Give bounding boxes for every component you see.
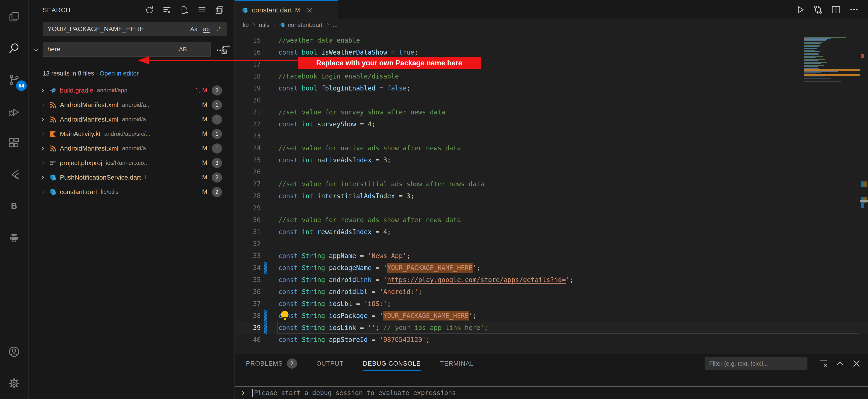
clear-search-results-icon[interactable] xyxy=(162,5,172,15)
code-line-26[interactable]: 26 xyxy=(236,166,868,178)
code-line-32[interactable]: 32 xyxy=(236,238,868,250)
activity-bar-item-flutter[interactable] xyxy=(0,159,28,190)
console-filter-input[interactable] xyxy=(705,357,807,370)
code-line-39[interactable]: 39const String iosLink = ''; //'your ios… xyxy=(236,322,868,334)
chevron-right-icon[interactable] xyxy=(40,189,45,195)
code-line-31[interactable]: 31const int rewardAdsIndex = 4; xyxy=(236,226,868,238)
code-line-27[interactable]: 27//set value for interstitial ads show … xyxy=(236,178,868,190)
clear-console-icon[interactable] xyxy=(818,359,828,369)
minimap-code-row xyxy=(804,63,821,64)
debug-console-input-row[interactable]: Please start a debug session to evaluate… xyxy=(236,386,868,399)
files-icon xyxy=(8,10,20,23)
search-result-row[interactable]: AndroidManifest.xmlandroid/a...M1 xyxy=(29,112,235,127)
open-in-editor-link[interactable]: Open in editor xyxy=(100,70,139,77)
overview-ruler[interactable] xyxy=(860,30,868,354)
search-result-row[interactable]: build.gradleandroid/app1, M2 xyxy=(29,83,235,98)
activity-bar-item-extensions[interactable] xyxy=(0,127,28,159)
activity-bar-item-accounts[interactable] xyxy=(0,336,28,367)
view-as-list-icon[interactable] xyxy=(197,5,207,15)
search-input-controls: Aaab.* xyxy=(189,22,224,36)
regex-icon[interactable]: .* xyxy=(214,24,224,34)
whole-word-icon[interactable]: ab xyxy=(202,24,211,34)
chevron-right-icon[interactable] xyxy=(40,175,45,181)
more-actions-icon[interactable] xyxy=(849,4,859,15)
line-number: 20 xyxy=(236,94,261,106)
breadcrumb-item-utils[interactable]: utils xyxy=(259,22,270,29)
result-git-status: 1, M xyxy=(195,87,207,94)
chevron-right-icon[interactable] xyxy=(40,88,45,93)
search-result-row[interactable]: PushNotificationService.dartl...M2 xyxy=(29,170,235,185)
maximize-panel-icon[interactable] xyxy=(835,359,845,369)
search-result-row[interactable]: AndroidManifest.xmlandroid/a...M1 xyxy=(29,141,235,156)
panel-tab-output[interactable]: OUTPUT xyxy=(316,360,344,367)
match-case-icon[interactable]: Aa xyxy=(189,24,199,34)
chevron-right-icon xyxy=(325,22,331,28)
code-line-34[interactable]: 34const String packageName = 'YOUR_PACKA… xyxy=(236,262,868,274)
chevron-right-icon[interactable] xyxy=(40,160,45,166)
breadcrumb-item-constant-dart[interactable]: constant.dart xyxy=(280,22,322,29)
gradle-icon xyxy=(49,86,57,95)
code-line-24[interactable]: 24//set value for native ads show after … xyxy=(236,142,868,154)
code-line-28[interactable]: 28const int interstitialAdsIndex = 3; xyxy=(236,190,868,202)
tab-constant-dart[interactable]: constant.dart M xyxy=(236,0,338,19)
open-new-search-editor-icon[interactable] xyxy=(180,5,189,15)
breadcrumb-item-lib[interactable]: lib xyxy=(243,22,249,29)
code-line-29[interactable]: 29 xyxy=(236,202,868,214)
code-line-15[interactable]: 15//weather data enable xyxy=(236,34,868,47)
code-editor[interactable]: 15//weather data enable16const bool isWe… xyxy=(236,30,868,354)
preserve-case-icon[interactable]: AB xyxy=(178,44,188,54)
toggle-replace-chevron-icon[interactable] xyxy=(32,45,40,54)
search-result-row[interactable]: MainActivity.ktandroid/app/src/...M1 xyxy=(29,127,235,141)
code-line-22[interactable]: 22const int surveyShow = 4; xyxy=(236,118,868,130)
chevron-right-icon[interactable] xyxy=(40,102,45,108)
xml-icon xyxy=(49,115,57,124)
code-line-21[interactable]: 21//set value for survey show after news… xyxy=(236,106,868,118)
close-panel-icon[interactable] xyxy=(851,359,862,369)
line-number: 15 xyxy=(236,34,261,47)
panel-tab-problems[interactable]: PROBLEMS2 xyxy=(246,359,297,369)
code-line-40[interactable]: 40const String appStoreId = '9876543120'… xyxy=(236,334,868,346)
panel-tab-debug-console[interactable]: DEBUG CONSOLE xyxy=(363,360,421,367)
chevron-right-icon[interactable] xyxy=(40,146,45,152)
activity-bar-item-bloc[interactable]: B xyxy=(0,190,28,222)
search-result-row[interactable]: constant.dartlib/utilsM2 xyxy=(29,185,235,199)
code-line-33[interactable]: 33const String appName = 'News App'; xyxy=(236,250,868,262)
chevron-right-icon xyxy=(40,88,45,93)
code-line-35[interactable]: 35const String androidLink = 'https://pl… xyxy=(236,274,868,286)
minimap[interactable] xyxy=(804,30,860,354)
clear-results-icon xyxy=(162,5,172,15)
activity-bar-item-settings[interactable] xyxy=(0,367,28,399)
xml-icon xyxy=(49,144,57,153)
code-line-19[interactable]: 19const bool fblogInEnabled = false; xyxy=(236,83,868,94)
line-number: 35 xyxy=(236,274,261,286)
breadcrumb-item--[interactable]: ... xyxy=(333,22,338,29)
code-line-18[interactable]: 18//Facebook Login enable/disable xyxy=(236,70,868,83)
refresh-icon[interactable] xyxy=(145,5,154,15)
code-line-37[interactable]: 37const String iosLbl = 'iOS:'; xyxy=(236,298,868,310)
code-line-20[interactable]: 20 xyxy=(236,94,868,106)
result-file-name: project.pbxproj xyxy=(60,159,102,167)
code-line-23[interactable]: 23 xyxy=(236,130,868,142)
search-result-row[interactable]: project.pbxprojios/Runner.xco...M3 xyxy=(29,156,235,170)
chevron-right-icon[interactable] xyxy=(40,117,45,122)
open-in-editor-icon[interactable] xyxy=(215,5,224,15)
lightbulb-icon[interactable] xyxy=(281,311,288,320)
activity-bar-item-android[interactable] xyxy=(0,222,28,253)
activity-bar-item-source-control[interactable]: 64 xyxy=(0,64,28,96)
activity-bar-item-search[interactable] xyxy=(0,32,28,64)
close-tab-icon[interactable] xyxy=(306,6,313,14)
run-icon[interactable] xyxy=(795,4,805,15)
code-line-36[interactable]: 36const String androidLbl = 'Android:'; xyxy=(236,286,868,298)
search-result-row[interactable]: AndroidManifest.xmlandroid/a...M1 xyxy=(29,98,235,112)
panel-tab-terminal[interactable]: TERMINAL xyxy=(440,360,474,367)
code-line-30[interactable]: 30//set value for reward ads show after … xyxy=(236,214,868,226)
code-line-25[interactable]: 25const int nativeAdsIndex = 3; xyxy=(236,154,868,166)
sync-changes-icon[interactable] xyxy=(813,4,823,15)
split-editor-icon[interactable] xyxy=(831,4,841,15)
activity-bar-item-explorer[interactable] xyxy=(0,1,28,32)
console-prompt-message: Please start a debug session to evaluate… xyxy=(254,389,456,397)
activity-bar-item-run-debug[interactable] xyxy=(0,96,28,127)
code-line-38[interactable]: 38const String iosPackage = 'YOUR_PACKAG… xyxy=(236,310,868,322)
toggle-search-details-icon[interactable] xyxy=(215,45,225,52)
chevron-right-icon[interactable] xyxy=(40,131,45,137)
